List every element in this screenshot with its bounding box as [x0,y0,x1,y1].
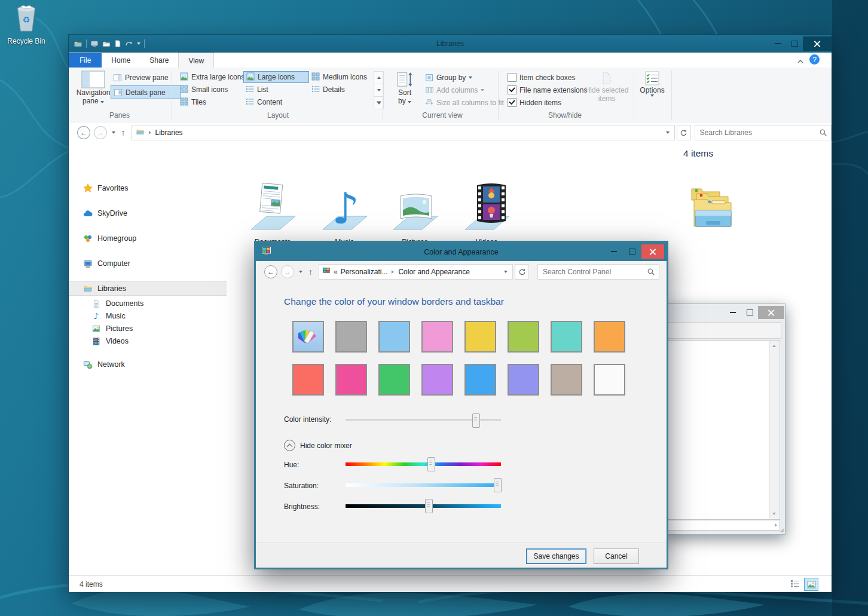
hide-color-mixer-toggle[interactable]: Hide color mixer [284,440,352,451]
hide-selected-items-button[interactable]: Hide selected items [584,71,629,103]
back-button[interactable]: ← [77,126,90,139]
tab-share[interactable]: Share [140,53,178,68]
hue-thumb[interactable] [427,457,435,471]
layout-option-extra-large-icons[interactable]: Extra large icons [178,71,243,83]
address-dropdown-icon[interactable] [666,131,670,134]
swatch-43a6f0[interactable] [464,364,496,396]
address-box[interactable]: Libraries [132,125,675,140]
ribbon-collapse-icon[interactable] [797,56,804,67]
hue-slider[interactable] [346,462,501,466]
swatch-bcaea2[interactable] [551,364,582,396]
library-tile-music[interactable]: ♪Music [309,179,380,246]
resize-grip[interactable]: ◢ [780,527,784,533]
details-pane-button[interactable]: Details pane [111,85,181,99]
layout-option-tiles[interactable]: Tiles [178,96,243,108]
swatch-ababab[interactable] [335,321,367,353]
checkbox-icon[interactable] [508,85,516,94]
bg-content-area[interactable] [668,340,780,520]
breadcrumb-personalization[interactable]: Personalizati... [341,268,388,276]
scroll-right-icon[interactable] [775,523,777,527]
add-columns-button[interactable]: Add columns [423,84,487,96]
saturation-thumb[interactable] [494,478,502,492]
sidebar-item-computer[interactable]: Computer [69,257,241,270]
details-view-toggle[interactable] [788,578,802,590]
minimize-button[interactable] [769,38,786,50]
swatch-automatic[interactable] [292,321,324,353]
layout-option-large-icons[interactable]: Large icons [243,71,309,83]
cw-close-button[interactable] [641,244,664,259]
layout-option-small-icons[interactable]: Small icons [178,84,243,96]
swatch-9393f0[interactable] [508,364,539,396]
group-by-button[interactable]: Group by [423,71,475,84]
new-folder-icon[interactable] [102,40,111,48]
bg-horizontal-scrollbar[interactable] [668,520,780,531]
saturation-slider[interactable] [346,483,501,487]
redo-icon[interactable] [125,40,133,48]
sidebar-item-favorites[interactable]: Favorites [69,182,241,195]
close-button[interactable] [803,36,832,51]
bg-maximize-button[interactable] [741,307,758,318]
scroll-up-icon[interactable] [772,345,776,347]
swatch-ee509c[interactable] [335,364,367,396]
swatch-a3c94e[interactable] [508,321,539,353]
preview-pane-button[interactable]: Preview pane [111,71,180,84]
cw-maximize-button[interactable] [624,246,640,258]
sidebar-item-libraries[interactable]: Libraries [69,281,241,296]
swatch-43c669[interactable] [378,364,410,396]
sidebar-item-skydrive[interactable]: SkyDrive [69,207,241,220]
cw-address-box[interactable]: « Personalizati... Color and Appearance [319,264,513,280]
forward-button[interactable]: → [94,126,107,139]
checkbox-icon[interactable] [508,98,516,107]
help-icon[interactable]: ? [809,54,820,65]
tab-home[interactable]: Home [102,53,140,68]
library-tile-videos[interactable]: Videos [451,179,522,246]
breadcrumb-location[interactable]: Libraries [155,128,183,137]
breadcrumb-color-appearance[interactable]: Color and Appearance [398,268,469,276]
library-tile-documents[interactable]: Documents [237,179,308,246]
recent-locations-icon[interactable] [112,131,115,134]
sort-by-button[interactable]: Sort by [390,71,419,105]
cw-address-dropdown-icon[interactable] [504,271,508,273]
library-tile-pictures[interactable]: Pictures [380,179,450,246]
swatch-efd044[interactable] [464,321,496,353]
layout-option-details[interactable]: Details [309,84,375,96]
refresh-button[interactable] [677,125,691,140]
navigation-pane-button[interactable]: Navigation pane [77,71,109,105]
bg-vertical-scrollbar[interactable] [769,341,779,519]
sidebar-item-documents[interactable]: Documents [69,297,249,310]
checkbox-hidden-items[interactable]: Hidden items [505,96,564,109]
sidebar-item-pictures[interactable]: Pictures [69,322,249,335]
bg-minimize-button[interactable] [725,307,741,318]
brightness-thumb[interactable] [425,499,433,513]
checkbox-icon[interactable] [508,73,516,82]
swatch-f09ad8[interactable] [421,321,453,353]
cw-minimize-button[interactable] [606,246,622,258]
checkbox-file-name-extensions[interactable]: File name extensions [505,84,589,96]
cw-refresh-button[interactable] [515,264,529,280]
swatch-fafafa[interactable] [594,364,625,396]
bg-close-button[interactable] [758,306,784,319]
document-icon[interactable] [114,39,121,48]
sidebar-item-homegroup[interactable]: Homegroup [69,232,241,245]
swatch-f8a74b[interactable] [594,321,625,353]
maximize-button[interactable] [786,38,803,50]
cw-forward-button[interactable]: → [281,265,294,278]
color-intensity-slider[interactable] [346,419,501,421]
swatch-fb6c62[interactable] [292,364,324,396]
sidebar-item-videos[interactable]: Videos [69,335,249,348]
search-box[interactable] [695,125,832,140]
save-changes-button[interactable]: Save changes [526,548,586,564]
swatch-c185ef[interactable] [421,364,453,396]
sidebar-item-network[interactable]: Network [69,358,241,371]
options-button[interactable]: Options [637,71,668,97]
color-window-titlebar[interactable]: Color and Appearance [256,243,667,261]
swatch-8ac7f0[interactable] [378,321,410,353]
qat-customize-icon[interactable] [137,42,140,45]
explorer-titlebar[interactable]: Libraries [69,35,832,53]
layout-option-list[interactable]: List [243,84,309,96]
properties-icon[interactable] [90,40,99,48]
tab-view[interactable]: View [178,53,214,68]
cw-search-box[interactable] [537,264,659,280]
sidebar-item-music[interactable]: ♪Music [69,309,249,323]
cw-search-input[interactable] [542,267,647,277]
